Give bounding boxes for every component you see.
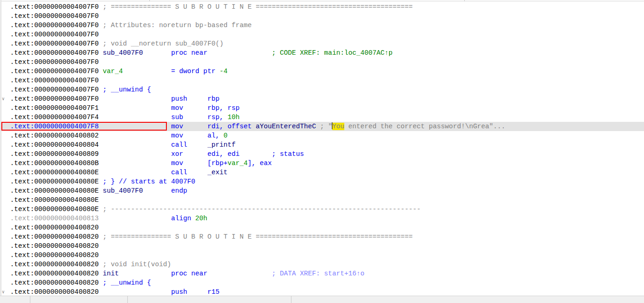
listing-row[interactable]: .text:0000000000400820	[0, 251, 644, 260]
listing-row[interactable]: .text:0000000000400804 call _printf	[0, 140, 644, 149]
address: .text:00000000004007F4	[10, 114, 99, 121]
address: .text:00000000004007F0	[10, 31, 99, 38]
address: .text:00000000004007F0	[10, 77, 99, 84]
collapse-arrow-icon[interactable]: ∨	[2, 287, 5, 296]
listing-row[interactable]: .text:0000000000400820 ; void init(void)	[0, 260, 644, 269]
listing-row[interactable]: .text:000000000040080B mov [rbp+var_4], …	[0, 159, 644, 168]
listing-row[interactable]: .text:0000000000400820 init proc near ; …	[0, 269, 644, 278]
address: .text:00000000004007F0	[10, 68, 99, 75]
code-segment: ; =============== S U B R O U T I N E ==…	[99, 3, 413, 11]
address: .text:000000000040080E	[10, 169, 99, 176]
code-segment: entered the correct password!\nGrea"...	[344, 123, 505, 130]
listing-row[interactable]: .text:0000000000400802 mov al, 0	[0, 131, 644, 140]
code-segment: ; =============== S U B R O U T I N E ==…	[99, 233, 413, 240]
code-segment: _printf	[207, 141, 235, 149]
code-segment: 10h	[228, 114, 239, 121]
code-segment: xor edi, edi	[99, 150, 240, 158]
address: .text:000000000040080E	[10, 187, 99, 194]
listing-row[interactable]: .text:000000000040080E sub_4007F0 endp	[0, 186, 644, 195]
address: .text:00000000004007F0	[10, 95, 99, 103]
address: .text:000000000040080E	[10, 206, 99, 213]
address: .text:00000000004007F8	[10, 123, 99, 130]
address: .text:0000000000400820	[10, 288, 99, 296]
code-segment: align	[99, 215, 195, 222]
listing-row[interactable]: .text:0000000000400820 ; ===============…	[0, 232, 644, 241]
listing-row[interactable]: .text:00000000004007F0 var_4 = dword ptr…	[0, 67, 644, 76]
code-segment: call	[99, 169, 207, 176]
address: .text:000000000040080B	[10, 160, 99, 167]
address: .text:0000000000400804	[10, 141, 99, 149]
address: .text:00000000004007F0	[10, 22, 99, 29]
listing-row[interactable]: .text:00000000004007F0	[0, 76, 644, 85]
address: .text:00000000004007F0	[10, 86, 99, 93]
address: .text:00000000004007F1	[10, 104, 99, 112]
listing-row[interactable]: .text:00000000004007F0 ; Attributes: nor…	[0, 21, 644, 30]
code-segment: sub rsp,	[99, 114, 228, 121]
status-offset-cell: 000007F8	[0, 296, 30, 303]
code-segment: ; --------------------------------------…	[99, 206, 421, 213]
collapse-arrow-icon[interactable]: ∨	[2, 94, 5, 103]
listing-row[interactable]: .text:00000000004007F0 sub_4007F0 proc n…	[0, 48, 644, 57]
address: .text:0000000000400813	[10, 215, 99, 222]
code-segment: proc near	[119, 270, 207, 277]
listing-row[interactable]: .text:0000000000400820 ; __unwind {	[0, 278, 644, 287]
code-segment: ; CODE XREF: main:loc_4007AC↑p	[207, 49, 393, 57]
listing-row[interactable]: .text:00000000004007F0	[0, 11, 644, 21]
code-segment: init	[99, 270, 119, 277]
address: .text:0000000000400809	[10, 150, 99, 158]
listing-row[interactable]: .text:00000000004007F0	[0, 57, 644, 67]
listing-row[interactable]: .text:00000000004007F0 ; __unwind {	[0, 85, 644, 94]
code-segment: ; Attributes: noreturn bp-based frame	[99, 22, 252, 29]
listing-row[interactable]: .text:0000000000400820	[0, 223, 644, 232]
status-location-cell: 00000000004007F8: sub_4007F0+8	[30, 296, 128, 303]
code-segment: ; __unwind {	[99, 279, 151, 286]
address: .text:0000000000400820	[10, 279, 99, 286]
listing-row[interactable]: .text:00000000004007F0 ; ===============…	[0, 2, 644, 11]
address: .text:00000000004007F0	[10, 12, 99, 20]
code-segment: ; "	[316, 123, 332, 130]
code-segment: sub_4007F0	[99, 187, 143, 194]
listing-row[interactable]: .text:000000000040080E ; ---------------…	[0, 205, 644, 214]
code-segment: sub_4007F0	[99, 49, 143, 57]
listing-row[interactable]: .text:00000000004007F0 ; void __noreturn…	[0, 39, 644, 48]
listing-row[interactable]: .text:000000000040080E call _exit	[0, 168, 644, 177]
listing-row[interactable]: .text:00000000004007F0	[0, 30, 644, 39]
address: .text:000000000040080E	[10, 196, 99, 204]
code-segment: mov rbp, rsp	[99, 104, 240, 112]
code-segment: var_4	[228, 160, 248, 167]
listing-row[interactable]: .text:00000000004007F4 sub rsp, 10h	[0, 113, 644, 122]
code-segment: mov rdi, offset	[99, 123, 256, 130]
code-segment: ; } // starts at 4007F0	[99, 178, 195, 185]
listing-row[interactable]: .text:0000000000400813 align 20h	[0, 214, 644, 223]
address: .text:0000000000400820	[10, 233, 99, 240]
address: .text:0000000000400820	[10, 252, 99, 259]
code-segment: ], eax	[248, 160, 272, 167]
address: .text:00000000004007F0	[10, 40, 99, 47]
ida-disassembly-window: .text:00000000004007F0 ; ===============…	[0, 0, 644, 303]
disassembly-listing[interactable]: .text:00000000004007F0 ; ===============…	[0, 1, 644, 296]
listing-row[interactable]: ∨.text:00000000004007F0 push rbp	[0, 94, 644, 103]
code-segment: 0	[223, 132, 228, 139]
code-segment: ; void init(void)	[99, 261, 171, 268]
code-segment: You	[332, 123, 344, 130]
listing-row[interactable]: .text:000000000040080E ; } // starts at …	[0, 177, 644, 186]
code-segment: proc near	[143, 49, 207, 57]
address: .text:0000000000400802	[10, 132, 99, 139]
code-segment: ; status	[239, 150, 304, 158]
address: .text:000000000040080E	[10, 178, 99, 185]
listing-row[interactable]: ∨.text:0000000000400820 push r15	[0, 287, 644, 296]
listing-row[interactable]: .text:0000000000400809 xor edi, edi ; st…	[0, 149, 644, 159]
code-segment: = dword ptr	[123, 68, 219, 75]
address: .text:0000000000400820	[10, 242, 99, 250]
listing-row[interactable]: .text:00000000004007F1 mov rbp, rsp	[0, 103, 644, 113]
listing-row[interactable]: .text:0000000000400820	[0, 241, 644, 251]
address: .text:00000000004007F0	[10, 3, 99, 11]
listing-row[interactable]: .text:000000000040080E	[0, 195, 644, 205]
code-segment: mov [rbp+	[99, 160, 228, 167]
code-segment: mov al,	[99, 132, 224, 139]
listing-row[interactable]: .text:00000000004007F8 mov rdi, offset a…	[0, 122, 644, 131]
address: .text:0000000000400820	[10, 261, 99, 268]
address: .text:00000000004007F0	[10, 49, 99, 57]
code-segment: var_4	[99, 68, 123, 75]
status-bar: 000007F8 00000000004007F8: sub_4007F0+8 …	[0, 296, 644, 303]
